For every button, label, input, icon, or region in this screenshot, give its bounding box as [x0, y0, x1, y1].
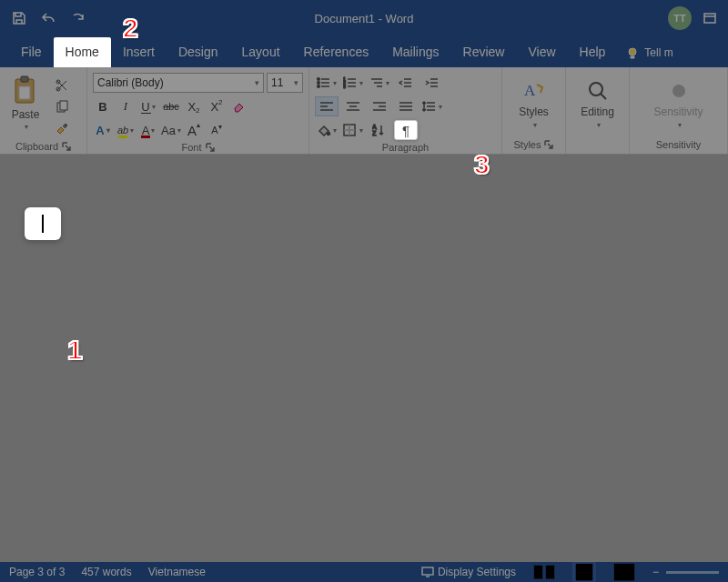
- svg-rect-24: [614, 564, 634, 581]
- document-canvas[interactable]: [0, 155, 728, 562]
- subscript-button[interactable]: X2: [184, 96, 204, 116]
- tab-review[interactable]: Review: [451, 37, 517, 67]
- copy-button[interactable]: [51, 98, 73, 116]
- word-count[interactable]: 457 words: [81, 566, 131, 578]
- tab-file[interactable]: File: [9, 37, 54, 67]
- shading-button[interactable]: ▾: [315, 120, 339, 140]
- text-cursor-highlight: [25, 207, 61, 240]
- svg-point-10: [318, 82, 320, 85]
- shrink-font-button[interactable]: A▾: [207, 120, 227, 140]
- sensitivity-button[interactable]: Sensitivity▾: [635, 69, 722, 135]
- tell-me-search[interactable]: Tell m: [622, 39, 676, 67]
- italic-button[interactable]: I: [116, 96, 136, 116]
- svg-text:A: A: [372, 124, 377, 130]
- sort-button[interactable]: AZ: [368, 120, 391, 140]
- group-sensitivity-label: Sensitivity: [656, 139, 702, 150]
- line-spacing-button[interactable]: ▾: [420, 96, 444, 116]
- print-layout-button[interactable]: [572, 562, 596, 582]
- superscript-button[interactable]: X2: [207, 96, 227, 116]
- tell-me-label: Tell m: [644, 46, 672, 59]
- display-settings-button[interactable]: Display Settings: [421, 566, 516, 578]
- text-effects-button[interactable]: A▾: [93, 120, 113, 140]
- svg-point-15: [328, 133, 330, 135]
- ribbon-display-options-icon[interactable]: [699, 7, 721, 29]
- styles-icon: A: [522, 79, 546, 103]
- editing-button[interactable]: Editing▾: [571, 69, 623, 135]
- multilevel-list-button[interactable]: ▾: [368, 73, 391, 93]
- svg-point-20: [590, 83, 602, 95]
- tab-mailings[interactable]: Mailings: [380, 37, 450, 67]
- cut-button[interactable]: [51, 76, 73, 95]
- group-styles: A Styles▾ Styles: [502, 67, 566, 154]
- justify-button[interactable]: [394, 96, 418, 116]
- svg-text:3: 3: [343, 84, 346, 89]
- read-mode-button[interactable]: [532, 562, 556, 582]
- zoom-out-button[interactable]: −: [652, 566, 659, 578]
- clipboard-dialog-launcher[interactable]: [62, 142, 71, 151]
- group-clipboard-label: Clipboard: [15, 141, 58, 152]
- styles-button[interactable]: A Styles▾: [508, 69, 560, 135]
- group-clipboard: Paste ▾ Clipboard: [0, 67, 87, 154]
- language-indicator[interactable]: Vietnamese: [148, 566, 206, 578]
- svg-point-1: [629, 48, 636, 55]
- user-avatar[interactable]: TT: [668, 6, 692, 30]
- highlight-button[interactable]: ab▾: [116, 120, 136, 140]
- callout-2: 2: [123, 15, 138, 42]
- underline-button[interactable]: U▾: [138, 96, 158, 116]
- font-size-combo[interactable]: 11▾: [267, 73, 303, 93]
- svg-text:Z: Z: [372, 130, 377, 136]
- align-left-button[interactable]: [315, 96, 339, 116]
- group-paragraph: ▾ 123▾ ▾ ▾ ▾ ▾ AZ ¶: [309, 67, 502, 154]
- group-sensitivity: Sensitivity▾ Sensitivity: [630, 67, 728, 154]
- tab-help[interactable]: Help: [568, 37, 618, 67]
- paint-bucket-icon: [317, 124, 331, 136]
- sensitivity-icon: [667, 79, 691, 103]
- undo-icon[interactable]: [36, 6, 60, 30]
- svg-point-9: [318, 78, 320, 81]
- redo-icon[interactable]: [66, 6, 89, 30]
- decrease-indent-button[interactable]: [394, 73, 418, 93]
- numbering-button[interactable]: 123▾: [341, 73, 365, 93]
- svg-point-11: [318, 85, 320, 88]
- align-center-button[interactable]: [341, 96, 365, 116]
- svg-rect-22: [422, 567, 433, 575]
- scissors-icon: [55, 78, 69, 93]
- tab-references[interactable]: References: [292, 37, 381, 67]
- font-dialog-launcher[interactable]: [206, 143, 215, 152]
- ribbon-tabs: File Home Insert Design Layout Reference…: [0, 36, 728, 67]
- callout-3: 3: [474, 151, 490, 178]
- show-hide-paragraph-marks-button[interactable]: ¶: [394, 120, 418, 140]
- tab-insert[interactable]: Insert: [111, 37, 167, 67]
- bullets-button[interactable]: ▾: [315, 73, 339, 93]
- strikethrough-button[interactable]: abc: [161, 96, 181, 116]
- monitor-icon: [421, 567, 434, 577]
- tab-design[interactable]: Design: [167, 37, 230, 67]
- tab-home[interactable]: Home: [54, 37, 111, 67]
- svg-rect-4: [19, 86, 30, 99]
- change-case-button[interactable]: Aa▾: [161, 120, 181, 140]
- font-name-combo[interactable]: Calibri (Body)▾: [93, 73, 264, 93]
- ribbon: Paste ▾ Clipboard Calibri (Body)▾ 11▾ B …: [0, 67, 728, 155]
- page-indicator[interactable]: Page 3 of 3: [9, 566, 65, 578]
- web-layout-button[interactable]: [612, 562, 636, 582]
- clipboard-icon: [12, 75, 39, 106]
- zoom-controls[interactable]: −: [652, 566, 719, 578]
- paintbrush-icon: [55, 122, 69, 136]
- styles-dialog-launcher[interactable]: [544, 140, 553, 149]
- borders-button[interactable]: ▾: [341, 120, 365, 140]
- save-icon[interactable]: [7, 6, 31, 30]
- grow-font-button[interactable]: A▴: [184, 120, 204, 140]
- zoom-slider[interactable]: [666, 571, 719, 574]
- increase-indent-button[interactable]: [420, 73, 444, 93]
- font-color-button[interactable]: A▾: [138, 120, 158, 140]
- align-right-button[interactable]: [368, 96, 391, 116]
- window-title: Document1 - Word: [315, 12, 414, 25]
- lightbulb-icon: [626, 46, 639, 59]
- tab-view[interactable]: View: [516, 37, 567, 67]
- tab-layout[interactable]: Layout: [230, 37, 292, 67]
- bold-button[interactable]: B: [93, 96, 113, 116]
- svg-rect-23: [576, 564, 593, 581]
- format-painter-button[interactable]: [51, 120, 73, 138]
- clear-formatting-button[interactable]: [229, 96, 249, 116]
- paste-button[interactable]: Paste ▾: [5, 73, 46, 131]
